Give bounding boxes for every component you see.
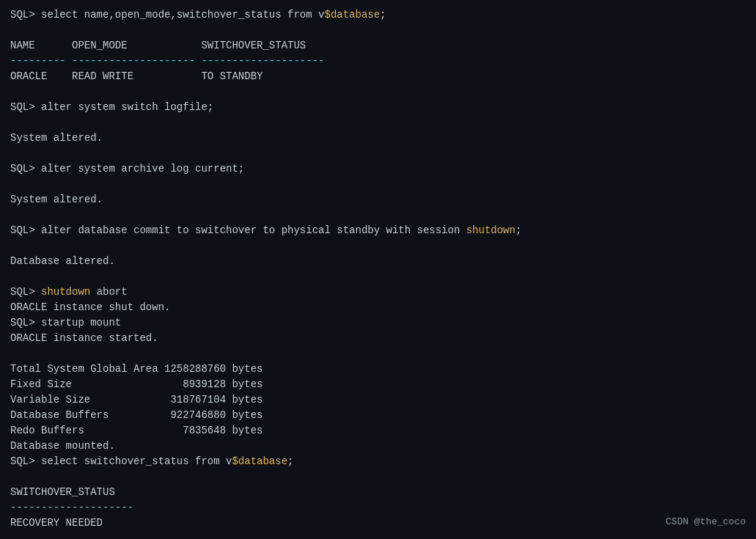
terminal-line: SQL> alter database commit to switchover… — [10, 223, 746, 238]
terminal-line — [10, 238, 746, 254]
terminal-line: Database altered. — [10, 254, 746, 269]
terminal-line: --------- -------------------- ---------… — [10, 54, 746, 69]
terminal-line: Redo Buffers 7835648 bytes — [10, 423, 746, 439]
terminal-line: ORACLE instance shut down. — [10, 300, 746, 315]
terminal-line — [10, 346, 746, 362]
terminal-line: SQL> alter system switch logfile; — [10, 100, 746, 115]
terminal-line: Variable Size 318767104 bytes — [10, 392, 746, 408]
terminal-line — [10, 146, 746, 161]
terminal-line: Total System Global Area 1258288760 byte… — [10, 362, 746, 377]
terminal-line: NAME OPEN_MODE SWITCHOVER_STATUS — [10, 38, 746, 54]
terminal-line — [10, 23, 746, 38]
terminal-line — [10, 177, 746, 192]
terminal-line — [10, 84, 746, 100]
terminal-line: System altered. — [10, 131, 746, 146]
terminal-line: ORACLE instance started. — [10, 331, 746, 346]
watermark: CSDN @the_coco — [666, 515, 746, 529]
terminal-line: SQL> shutdown abort — [10, 285, 746, 300]
terminal-line — [10, 269, 746, 285]
terminal-line — [10, 531, 746, 539]
terminal-line: System altered. — [10, 192, 746, 208]
terminal-line: -------------------- — [10, 500, 746, 516]
terminal-line: SWITCHOVER_STATUS — [10, 485, 746, 500]
terminal-content: SQL> select name,open_mode,switchover_st… — [10, 7, 746, 539]
terminal-line — [10, 115, 746, 131]
terminal-line: SQL> select switchover_status from v$dat… — [10, 454, 746, 469]
terminal-line: Database mounted. — [10, 439, 746, 454]
terminal-line — [10, 208, 746, 223]
terminal-line: SQL> alter system archive log current; — [10, 161, 746, 177]
terminal-line: Fixed Size 8939128 bytes — [10, 377, 746, 392]
terminal-line: ORACLE READ WRITE TO STANDBY — [10, 69, 746, 84]
terminal-line: RECOVERY NEEDED — [10, 516, 746, 531]
terminal-line — [10, 469, 746, 485]
terminal-line: SQL> startup mount — [10, 315, 746, 331]
terminal: SQL> select name,open_mode,switchover_st… — [0, 0, 756, 539]
terminal-line: SQL> select name,open_mode,switchover_st… — [10, 7, 746, 23]
terminal-line: Database Buffers 922746880 bytes — [10, 408, 746, 423]
